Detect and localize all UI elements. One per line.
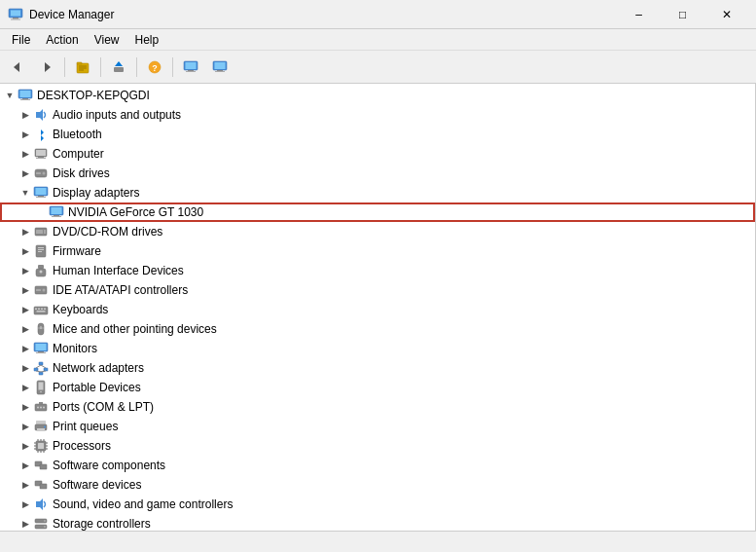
svg-rect-61 [44,309,46,311]
svg-point-33 [43,172,46,175]
tree-item-computer[interactable]: ▶ Computer [0,144,755,164]
svg-point-53 [40,271,43,274]
tree-item-audio[interactable]: ▶ Audio inputs and outputs [0,105,755,125]
minimize-button[interactable]: – [617,0,661,29]
computer-expander[interactable]: ▶ [18,146,33,162]
svg-rect-106 [40,484,47,489]
help-button[interactable]: ? [141,54,168,81]
maximize-button[interactable]: □ [661,0,704,29]
swdevices-label: Software devices [53,478,141,492]
sound-icon [33,497,49,512]
svg-rect-78 [39,383,44,390]
tree-item-swcomponents[interactable]: ▶ Software components [0,456,755,475]
display2-button[interactable] [206,54,234,81]
device-tree[interactable]: ▼ DESKTOP-KEPQGDI ▶ Audio inputs and [0,84,756,531]
svg-rect-26 [20,99,30,100]
print-label: Print queues [53,420,118,433]
tree-root[interactable]: ▼ DESKTOP-KEPQGDI [0,86,755,105]
tree-item-monitors[interactable]: ▶ Monitors [0,339,755,358]
display1-icon [183,59,198,75]
toolbar: ? [0,51,756,84]
toolbar-separator-3 [136,57,137,77]
hid-expander[interactable]: ▶ [18,263,33,278]
swcomponents-icon [33,458,49,473]
svg-rect-1 [11,10,20,16]
tree-item-bluetooth[interactable]: ▶ Bluetooth [0,125,755,144]
audio-expander[interactable]: ▶ [18,107,33,123]
disk-expander[interactable]: ▶ [18,166,33,181]
storage-expander[interactable]: ▶ [18,516,33,531]
update-driver-button[interactable] [105,54,132,81]
keyboards-label: Keyboards [53,303,108,316]
tree-item-processors[interactable]: ▶ Proces [0,436,755,456]
portable-label: Portable Devices [53,381,141,394]
display1-button[interactable] [177,54,204,81]
network-icon [33,360,49,376]
processors-expander[interactable]: ▶ [18,438,33,454]
firmware-expander[interactable]: ▶ [18,243,33,259]
svg-marker-12 [115,61,123,66]
tree-item-nvidia[interactable]: ▶ NVIDIA GeForce GT 1030 [0,202,755,222]
svg-point-110 [44,520,46,522]
tree-item-firmware[interactable]: ▶ Firmware [0,241,755,261]
root-expander[interactable]: ▼ [2,88,18,103]
tree-item-print[interactable]: ▶ Print queues [0,417,755,436]
svg-rect-50 [38,251,42,252]
menu-action[interactable]: Action [38,29,86,51]
svg-rect-34 [36,172,41,174]
menu-file[interactable]: File [4,29,38,51]
svg-rect-16 [186,62,197,69]
dvd-expander[interactable]: ▶ [18,224,33,239]
display2-icon [212,59,228,75]
svg-rect-29 [36,150,46,156]
svg-point-81 [37,407,39,409]
processors-label: Processors [53,439,111,453]
tree-item-mice[interactable]: ▶ Mice and other pointing devices [0,319,755,339]
menu-view[interactable]: View [87,29,127,51]
tree-item-swdevices[interactable]: ▶ Software devices [0,475,755,495]
portable-expander[interactable]: ▶ [18,380,33,395]
tree-item-sound[interactable]: ▶ Sound, video and game controllers [0,495,755,514]
tree-item-dvd[interactable]: ▶ DVD/CD-ROM drives [0,222,755,241]
back-button[interactable] [4,54,31,81]
tree-item-keyboards[interactable]: ▶ Keyboards [0,300,755,319]
svg-rect-85 [36,421,46,424]
tree-item-portable[interactable]: ▶ Portable Devices [0,378,755,397]
tree-item-storage[interactable]: ▶ Storage controllers [0,514,755,531]
tree-item-ide[interactable]: ▶ IDE ATA/ATAPI controllers [0,280,755,300]
menu-help[interactable]: Help [127,29,167,51]
tree-item-ports[interactable]: ▶ Ports (COM & LPT) [0,397,755,417]
portable-icon [33,380,49,395]
svg-rect-7 [77,62,82,64]
network-expander[interactable]: ▶ [18,360,33,376]
sound-expander[interactable]: ▶ [18,497,33,512]
processors-icon [33,438,49,454]
ide-expander[interactable]: ▶ [18,282,33,298]
forward-icon [39,59,54,75]
storage-label: Storage controllers [53,517,151,531]
svg-line-72 [36,365,41,368]
print-expander[interactable]: ▶ [18,419,33,434]
swdevices-expander[interactable]: ▶ [18,477,33,493]
svg-line-73 [41,365,46,368]
tree-item-network[interactable]: ▶ Network adapters [0,358,755,378]
bluetooth-expander[interactable]: ▶ [18,127,33,142]
svg-point-55 [43,289,46,292]
tree-item-disk[interactable]: ▶ Disk drives [0,164,755,183]
monitors-expander[interactable]: ▶ [18,341,33,356]
tree-item-display[interactable]: ▼ Display adapters [0,183,755,202]
mice-expander[interactable]: ▶ [18,321,33,337]
svg-rect-22 [215,71,225,72]
ports-expander[interactable]: ▶ [18,399,33,415]
tree-item-hid[interactable]: ▶ Human Interface Devices [0,261,755,280]
close-button[interactable]: ✕ [704,0,748,29]
display-expander[interactable]: ▼ [18,185,33,201]
swcomponents-expander[interactable]: ▶ [18,458,33,473]
svg-point-79 [40,391,42,393]
forward-button[interactable] [33,54,60,81]
title-bar-left: Device Manager [8,7,114,22]
storage-icon [33,516,49,531]
svg-rect-8 [79,65,87,66]
properties-button[interactable] [69,54,96,81]
keyboards-expander[interactable]: ▶ [18,302,33,317]
